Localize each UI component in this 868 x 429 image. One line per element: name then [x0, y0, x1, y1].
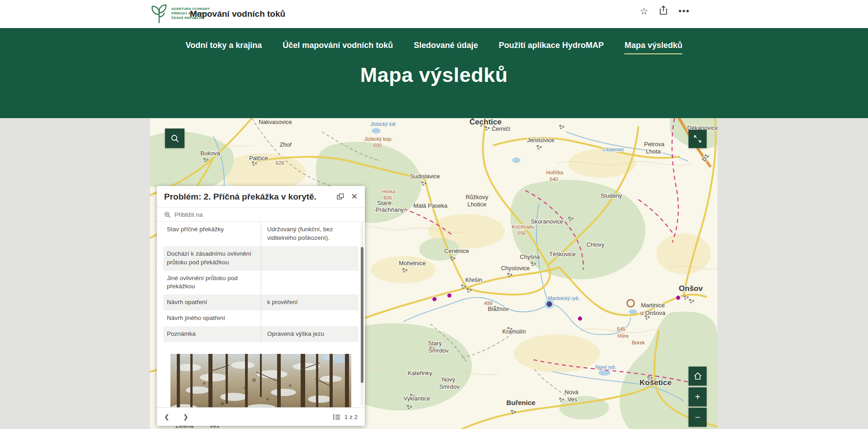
map-label: Jenišovice — [527, 137, 555, 143]
attribute-value — [261, 246, 359, 271]
map-label: Palčice — [249, 155, 268, 162]
map-marker-selected[interactable] — [547, 302, 552, 307]
map-search-button[interactable] — [165, 129, 184, 148]
popup-content[interactable]: Stav příčné překážkyUdržovaný (funkční, … — [157, 222, 365, 407]
map-label: Mohelnice — [399, 260, 425, 267]
expand-icon — [693, 135, 702, 143]
map-label: Blažnov — [488, 305, 509, 312]
map-label: Smrdov — [429, 347, 449, 354]
nav-item-vodn-toky-a-krajina[interactable]: Vodní toky a krajina — [186, 41, 262, 54]
map-label: Černičí — [491, 125, 510, 132]
page-title: Mapa výsledků — [0, 63, 868, 87]
map-label: Studený — [600, 192, 622, 199]
map-label: Ceněnice — [444, 248, 469, 254]
zoom-to-action[interactable]: Přibližit na — [157, 207, 365, 222]
search-icon — [170, 134, 179, 143]
map-canvas[interactable]: NakvasoviceČechticeČerničíJenišovicePetr… — [150, 118, 717, 429]
attribute-table: Stav příčné překážkyUdržovaný (funkční, … — [163, 222, 359, 342]
map-label: Martinický ryb. — [548, 296, 580, 301]
dock-popup-icon[interactable] — [337, 193, 344, 200]
nav-item-sledovan-daje[interactable]: Sledované údaje — [414, 41, 478, 54]
map-marker[interactable] — [676, 296, 681, 300]
map-label: Onšov — [679, 284, 703, 293]
map-label: 628 — [276, 160, 284, 166]
map-label: Petrova — [644, 141, 665, 148]
map-marker[interactable] — [447, 293, 452, 298]
home-icon — [693, 372, 702, 380]
feature-list-icon[interactable] — [333, 414, 340, 420]
popup-header: Problém: 2. Příčná překážka v korytě. ✕ — [157, 186, 365, 207]
previous-feature-icon[interactable]: ❮ — [164, 413, 170, 420]
attribute-value: k prověření — [261, 295, 359, 310]
map-label: Horka — [382, 189, 396, 194]
map-label: Sudislavice — [410, 173, 440, 180]
popup-scrollbar-thumb[interactable] — [361, 247, 363, 383]
attribute-value — [261, 271, 359, 295]
map-label: Staré- — [377, 200, 393, 206]
map-label: Růžkovy — [466, 194, 488, 200]
map-label: Hořička — [546, 170, 563, 175]
attribute-label: Poznámka — [163, 326, 261, 342]
map-label: 545 — [617, 326, 625, 332]
favorite-star-icon[interactable]: ☆ — [640, 6, 648, 16]
next-feature-icon[interactable]: ❯ — [183, 413, 189, 420]
map-label: Chyšná — [520, 253, 540, 260]
map-label: 556 — [518, 230, 526, 236]
more-options-icon[interactable]: ••• — [679, 6, 690, 16]
feature-popup: Problém: 2. Příčná překážka v korytě. ✕ … — [157, 186, 365, 426]
attribute-row: PoznámkaOpravená výška jezu — [163, 326, 359, 342]
map-label: Martinice — [641, 302, 665, 309]
hero-band: Vodní toky a krajinaÚčel mapování vodníc… — [0, 28, 868, 118]
map-label: Jizbický tok — [370, 121, 396, 127]
map-label: Skoranovice — [531, 218, 563, 225]
attribute-value — [261, 310, 359, 326]
nav-item--el-mapov-n-vodn-ch-tok-[interactable]: Účel mapování vodních toků — [283, 41, 393, 54]
map-label: Košetice — [640, 378, 672, 387]
map-marker[interactable] — [432, 297, 437, 302]
map-label: Vyklantice — [404, 395, 430, 402]
popup-title: Problém: 2. Příčná překážka v korytě. — [164, 192, 330, 202]
attachment-photo[interactable] — [170, 354, 351, 407]
map-label: Chystovice — [501, 265, 530, 272]
content-area: NakvasoviceČechticeČerničíJenišovicePetr… — [0, 118, 868, 429]
map-label: Starý — [428, 340, 442, 347]
map-label: Nový — [442, 376, 455, 383]
map-label: Nová — [565, 389, 579, 396]
pager-label: 1 z 2 — [344, 414, 358, 420]
map-zoom-in-button[interactable]: + — [689, 387, 707, 406]
map-label: Těškovice — [549, 251, 576, 257]
zoom-to-icon — [164, 211, 171, 218]
attribute-label: Návrh jiného opatření — [163, 310, 261, 326]
attribute-value: Udržovaný (funkční, bez viditelného pošk… — [261, 222, 359, 246]
popup-footer: ❮ ❯ 1 z 2 — [157, 407, 365, 426]
map-label: Lhota — [646, 148, 661, 155]
map-home-button[interactable] — [689, 367, 707, 386]
map-label: Kramolín — [502, 328, 526, 335]
nav-item-mapa-v-sledk-[interactable]: Mapa výsledků — [624, 41, 682, 54]
map-label: Chlovy — [586, 241, 604, 248]
nav-item-pou-it-aplikace-hydromap[interactable]: Použití aplikace HydroMAP — [499, 41, 604, 54]
attribute-row: Dochází k zásadnímu ovlivnění průtoku po… — [163, 246, 359, 271]
map-expand-button[interactable] — [689, 130, 707, 148]
attribute-row: Návrh jiného opatření — [163, 310, 359, 326]
map-label: Hůra — [618, 333, 629, 338]
map-label: 540 — [550, 176, 558, 182]
map-label: Zhoř — [280, 141, 292, 148]
map-label: Kateřinky — [408, 370, 433, 377]
attribute-label: Dochází k zásadnímu ovlivnění průtoku po… — [163, 246, 261, 271]
map-label: Buřenice — [506, 399, 535, 406]
map-label: Nový ryb. — [595, 364, 616, 370]
close-popup-icon[interactable]: ✕ — [351, 192, 358, 201]
attribute-row: Návrh opatřeník prověření — [163, 295, 359, 310]
map-marker[interactable] — [578, 316, 583, 321]
map-label: -Práchňany — [374, 206, 404, 213]
app-header: AGENTURA OCHRANY PŘÍRODY A KRAJINY ČESKÉ… — [0, 0, 868, 28]
share-icon[interactable] — [659, 5, 668, 16]
map-label: u Onšova — [640, 310, 665, 316]
map-label: Jizbický kop. — [364, 136, 392, 142]
map-zoom-out-button[interactable]: − — [689, 408, 707, 427]
map-label: Litopenec — [603, 147, 624, 152]
attribute-row: Stav příčné překážkyUdržovaný (funkční, … — [163, 222, 359, 246]
site-title: Mapování vodních toků — [190, 9, 285, 19]
zoom-to-label: Přibližit na — [175, 211, 203, 218]
